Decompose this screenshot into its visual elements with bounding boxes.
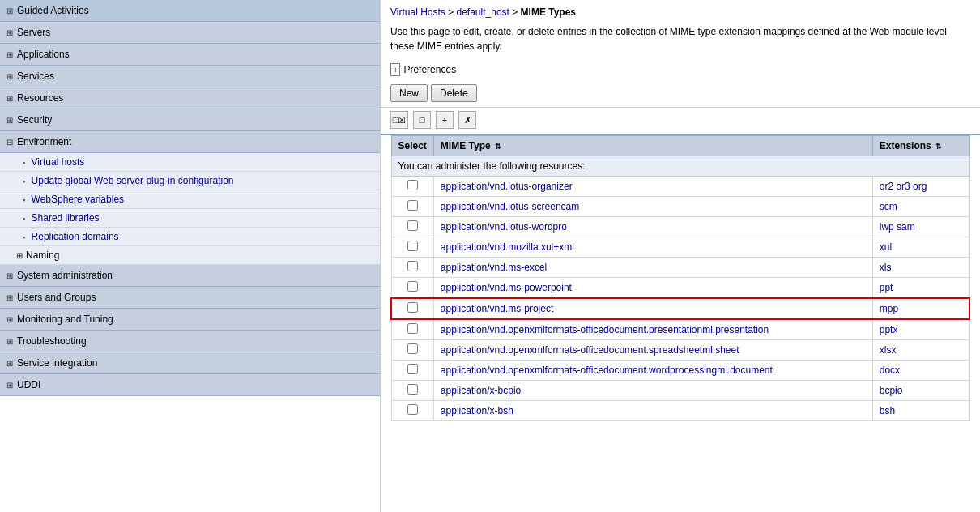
row-checkbox-cell (391, 340, 433, 361)
extensions-cell: xls (872, 258, 969, 278)
delete-button[interactable]: Delete (431, 84, 477, 102)
sidebar-item-label: UDDI (17, 379, 40, 390)
deselect-all-icon[interactable]: □ (413, 111, 431, 129)
extensions-link[interactable]: lwp sam (880, 221, 915, 233)
virtual-hosts-breadcrumb[interactable]: Virtual Hosts (390, 6, 445, 18)
action-toolbar: New Delete (381, 79, 980, 108)
extensions-link[interactable]: scm (880, 201, 897, 212)
mime-type-link[interactable]: application/vnd.ms-excel (441, 262, 547, 273)
extensions-link[interactable]: pptx (880, 324, 898, 335)
sidebar-item-resources[interactable]: ⊞ Resources (0, 87, 380, 109)
info-message: You can administer the following resourc… (391, 156, 969, 177)
sidebar-item-servers[interactable]: ⊞ Servers (0, 22, 380, 44)
row-checkbox-cell (391, 217, 433, 237)
row-checkbox[interactable] (407, 180, 418, 190)
table-row: application/vnd.ms-projectmpp (391, 298, 969, 319)
sidebar-child-shared-libraries[interactable]: Shared libraries (0, 209, 380, 228)
sidebar-item-service-integration[interactable]: ⊞ Service integration (0, 352, 380, 374)
extensions-sort-icon[interactable]: ⇅ (935, 143, 942, 151)
naming-header[interactable]: ⊞ Naming (16, 250, 373, 261)
mime-type-link[interactable]: application/vnd.openxmlformats-officedoc… (441, 324, 769, 335)
extensions-link[interactable]: bcpio (880, 385, 903, 396)
sidebar-item-label: Services (17, 70, 54, 82)
virtual-hosts-link[interactable]: Virtual hosts (32, 156, 85, 168)
mime-type-link[interactable]: application/vnd.openxmlformats-officedoc… (441, 344, 739, 356)
sidebar-item-security[interactable]: ⊞ Security (0, 109, 380, 131)
sidebar-item-troubleshooting[interactable]: ⊞ Troubleshooting (0, 331, 380, 352)
row-checkbox[interactable] (407, 261, 418, 271)
update-global-web-link[interactable]: Update global Web server plug-in configu… (32, 175, 234, 186)
extensions-link[interactable]: bsh (880, 405, 895, 416)
row-checkbox[interactable] (407, 404, 418, 415)
row-checkbox[interactable] (407, 241, 418, 251)
sidebar-item-monitoring-and-tuning[interactable]: ⊞ Monitoring and Tuning (0, 309, 380, 331)
mime-type-link[interactable]: application/vnd.ms-powerpoint (441, 282, 572, 293)
default-host-breadcrumb[interactable]: default_host (457, 6, 509, 18)
mime-type-link[interactable]: application/vnd.openxmlformats-officedoc… (441, 365, 773, 376)
extensions-link[interactable]: ppt (880, 282, 893, 293)
extensions-link[interactable]: xls (880, 262, 892, 273)
sidebar-item-guided-activities[interactable]: ⊞ Guided Activities (0, 0, 380, 22)
sidebar-item-label: System administration (17, 270, 113, 281)
mime-type-column-header[interactable]: MIME Type ⇅ (433, 136, 872, 156)
filter-icon[interactable]: ✗ (458, 111, 476, 129)
sidebar-item-services[interactable]: ⊞ Services (0, 66, 380, 87)
row-checkbox[interactable] (407, 200, 418, 211)
sidebar-child-update-global-web[interactable]: Update global Web server plug-in configu… (0, 172, 380, 190)
table-row: application/x-bcpiobcpio (391, 381, 969, 401)
mime-type-sort-icon[interactable]: ⇅ (495, 143, 501, 151)
mime-type-link[interactable]: application/x-bcpio (441, 385, 521, 396)
expand-icon: ⊞ (6, 271, 13, 280)
sidebar-item-label: Environment (17, 136, 71, 147)
sidebar-item-applications[interactable]: ⊞ Applications (0, 44, 380, 66)
mime-type-link[interactable]: application/vnd.ms-project (441, 303, 553, 314)
sidebar-item-label: Servers (17, 27, 50, 38)
mime-type-cell: application/x-bcpio (433, 381, 872, 401)
info-row: You can administer the following resourc… (391, 156, 969, 177)
row-checkbox[interactable] (407, 302, 418, 313)
expand-icon: ⊞ (6, 94, 13, 103)
extensions-cell: pptx (872, 319, 969, 340)
row-checkbox-cell (391, 319, 433, 340)
mime-type-link[interactable]: application/vnd.lotus-wordpro (441, 221, 567, 233)
mime-type-link[interactable]: application/vnd.mozilla.xul+xml (441, 241, 574, 253)
extensions-link[interactable]: mpp (880, 303, 898, 314)
sidebar-item-environment[interactable]: ⊟ Environment (0, 131, 380, 153)
extensions-cell: ppt (872, 278, 969, 299)
extensions-cell: or2 or3 org (872, 177, 969, 197)
extensions-link[interactable]: xlsx (880, 344, 897, 356)
sidebar-child-websphere-variables[interactable]: WebSphere variables (0, 190, 380, 209)
preferences-row[interactable]: + Preferences (381, 60, 980, 79)
row-checkbox-cell (391, 177, 433, 197)
row-checkbox[interactable] (407, 281, 418, 292)
mime-type-cell: application/vnd.openxmlformats-officedoc… (433, 340, 872, 361)
mime-type-link[interactable]: application/x-bsh (441, 405, 513, 416)
row-checkbox[interactable] (407, 220, 418, 231)
row-checkbox[interactable] (407, 343, 418, 354)
expand-icon: ⊞ (6, 315, 13, 324)
select-column-header: Select (391, 136, 433, 156)
sidebar-child-replication-domains[interactable]: Replication domains (0, 228, 380, 246)
sidebar-item-users-and-groups[interactable]: ⊞ Users and Groups (0, 287, 380, 309)
sidebar-item-uddi[interactable]: ⊞ UDDI (0, 374, 380, 396)
extensions-link[interactable]: or2 or3 org (880, 181, 927, 192)
mime-type-link[interactable]: application/vnd.lotus-screencam (441, 201, 579, 212)
mime-type-link[interactable]: application/vnd.lotus-organizer (441, 181, 573, 192)
websphere-variables-link[interactable]: WebSphere variables (32, 194, 125, 205)
mime-type-cell: application/x-bsh (433, 401, 872, 421)
select-all-icon[interactable]: □☒ (390, 111, 408, 129)
replication-domains-link[interactable]: Replication domains (32, 231, 119, 242)
row-checkbox-cell (391, 258, 433, 278)
extensions-link[interactable]: xul (880, 241, 892, 253)
row-checkbox[interactable] (407, 384, 418, 395)
extensions-link[interactable]: docx (880, 365, 900, 376)
extensions-column-header[interactable]: Extensions ⇅ (872, 136, 969, 156)
add-icon[interactable]: + (436, 111, 454, 129)
row-checkbox[interactable] (407, 323, 418, 334)
row-checkbox-cell (391, 361, 433, 381)
sidebar-child-virtual-hosts[interactable]: Virtual hosts (0, 153, 380, 172)
shared-libraries-link[interactable]: Shared libraries (32, 212, 100, 224)
new-button[interactable]: New (390, 84, 428, 102)
sidebar-item-system-administration[interactable]: ⊞ System administration (0, 265, 380, 287)
row-checkbox[interactable] (407, 364, 418, 374)
